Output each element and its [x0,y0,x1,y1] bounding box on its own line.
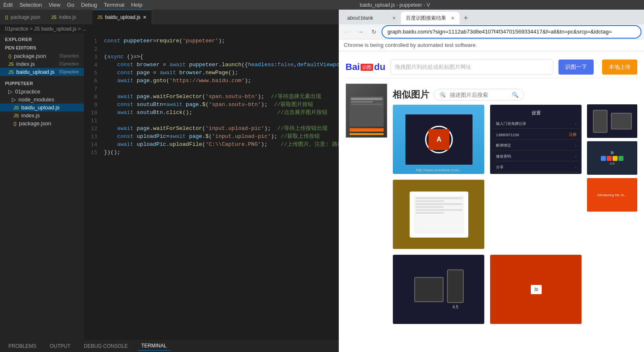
tab-icon-baidu: JS [97,15,103,20]
nav-refresh-button[interactable]: ↻ [369,27,379,37]
vscode-panel: {} package.json JS index.js JS baidu_upl… [0,10,339,352]
autocad-label: http://www.autodesk.com/... [416,168,462,172]
puppeteer-title: PUPPETEER [0,79,84,88]
menu-edit[interactable]: Edit [3,2,13,8]
tab-problems[interactable]: PROBLEMS [5,342,40,351]
baidu-search-box[interactable]: 拖拽图片到此处或粘贴图片网址 [390,60,553,75]
chrome-tab-blank[interactable]: about:blank × [342,12,401,24]
settings-item-1: 输入门语免赠记录 [496,121,526,127]
tab-baidu-upload-js[interactable]: JS baidu_upload.js × [92,10,151,24]
chrome-tab-baidu-label: 百度识图搜索结果 [406,15,446,22]
sidebar-label-package: package.json [14,53,57,59]
sidebar-item-index2[interactable]: JS index.js [0,111,84,119]
sidebar: EXPLORER PEN EDITORS {} package.json 01p… [0,34,84,339]
address-input[interactable] [382,26,641,38]
menu-selection[interactable]: Selection [19,2,42,8]
search-within-submit[interactable]: 🔍 [512,92,519,98]
settings-arrow-1: › [575,122,576,126]
settings-item-4: 修改密码 [496,154,511,159]
similar-title-text: 相似图片 [392,88,429,101]
preview-placeholder [346,84,387,137]
preview-bar-orange [350,128,384,132]
menu-go[interactable]: Go [67,2,74,8]
settings-arrow-3: › [575,143,576,148]
chrome-address-bar: ← → ↻ [339,24,644,39]
nav-back-button[interactable]: ← [342,27,352,37]
extra-image-1: 加 [490,255,582,324]
tab-output[interactable]: OUTPUT [47,342,74,351]
device-image: 4.5 [393,255,485,324]
autocad-image: A http://www.autodesk.com/... [393,105,485,174]
close-tab-icon[interactable]: × [143,14,146,21]
tab-debug-console[interactable]: DEBUG CONSOLE [80,342,131,351]
preview-thumb [350,96,384,127]
doc-line-5 [415,209,462,211]
app-icon-3 [613,156,618,161]
app-icon-4 [618,156,623,161]
sidebar-label-package2: package.json [19,120,51,127]
side-img-intro[interactable]: Introducing the Jo... [587,178,637,212]
sidebar-item-01practice[interactable]: ▷ 01practice [0,88,84,96]
menu-debug[interactable]: Debug [81,2,97,8]
sidebar-item-index[interactable]: JS index.js 01practice [0,60,84,68]
menu-bar: Edit Selection View Go Debug Terminal He… [0,0,644,10]
side-tablet [611,113,632,129]
package-icon: {} [8,54,11,59]
image-card-autocad[interactable]: A http://www.autodesk.com/... [392,104,485,174]
tab-icon-index: JS [51,15,57,20]
sidebar-item-node-modules[interactable]: ▷ node_modules [0,96,84,104]
image-card-extra1[interactable]: 加 [490,254,582,324]
sidebar-item-package[interactable]: {} package.json 01practice [0,52,84,60]
menu-view[interactable]: View [49,2,60,8]
sidebar-item-package2[interactable]: {} package.json [0,119,84,127]
settings-row-2: 13880971230 注册 [493,130,579,140]
code-editor[interactable]: 12345 678910 1112131415 const puppeteer=… [84,34,339,339]
settings-row-1: 输入门语免赠记录 › [493,119,579,129]
side-img-app[interactable]: 加 4.5 [587,141,637,175]
breadcrumb: 01practice > JS baidu_upload.js > ... [0,24,339,34]
menu-help[interactable]: Help [131,2,143,8]
preview-line3 [351,104,382,105]
search-within-box[interactable]: 🔍 🔍 [434,89,524,101]
index-icon: JS [8,62,14,67]
baidu-upload-button[interactable]: 本地上传 [602,60,637,75]
sidebar-label-index2: index.js [21,112,40,119]
settings-row-5: 分享 › [493,163,579,172]
sidebar-label-index: index.js [16,61,57,67]
tablet-doc [414,196,464,233]
chrome-new-tab-button[interactable]: + [460,12,472,24]
image-card-settings[interactable]: 设置 输入门语免赠记录 › 13880971230 注册 [490,104,582,174]
breadcrumb-text: 01practice > JS baidu_upload.js > ... [5,26,86,32]
browser-content[interactable]: Bai 识图 du 拖拽图片到此处或粘贴图片网址 识图一下 本地上传 [339,51,644,352]
chrome-tab-baidu[interactable]: 百度识图搜索结果 × [401,12,460,24]
index-icon2: JS [13,113,19,118]
pen-editors-title: PEN EDITORS [0,44,84,52]
side-img-device[interactable] [587,104,637,138]
automation-notice: Chrome is being controlled by automated … [339,39,644,51]
settings-row-4: 修改密码 › [493,152,579,161]
line-numbers: 12345 678910 1112131415 [84,34,101,339]
tab-label-baidu: baidu_upload.js [105,14,140,20]
tab-terminal[interactable]: TERMINAL [138,341,170,351]
sidebar-item-baidu-upload[interactable]: JS baidu_upload.js 01practice [0,68,84,76]
side-device-img [587,104,637,138]
image-grid-row2: 4.5 加 [392,254,582,324]
app-rating: 4.5 [610,162,614,166]
chrome-tab-baidu-close[interactable]: × [451,15,454,21]
main-images-area: A http://www.autodesk.com/... [392,104,582,324]
settings-item-2: 13880971230 [496,133,519,137]
doc-line-1 [415,197,462,199]
nav-forward-button[interactable]: → [356,27,366,37]
search-within-input[interactable] [450,92,509,98]
tab-bar: {} package.json JS index.js JS baidu_upl… [0,10,339,24]
menu-terminal[interactable]: Terminal [104,2,125,8]
tab-index-js[interactable]: JS index.js [46,10,92,24]
sidebar-label-node-modules: node_modules [18,96,54,103]
image-card-device[interactable]: 4.5 [392,254,485,324]
doc-line-2 [415,200,444,202]
image-card-tablet[interactable] [392,179,485,249]
tab-package-json[interactable]: {} package.json [0,10,46,24]
sidebar-item-baidu2[interactable]: JS baidu_upload.js [0,104,84,111]
baidu-recognize-button[interactable]: 识图一下 [558,60,594,75]
chrome-tab-blank-close[interactable]: × [392,15,396,21]
